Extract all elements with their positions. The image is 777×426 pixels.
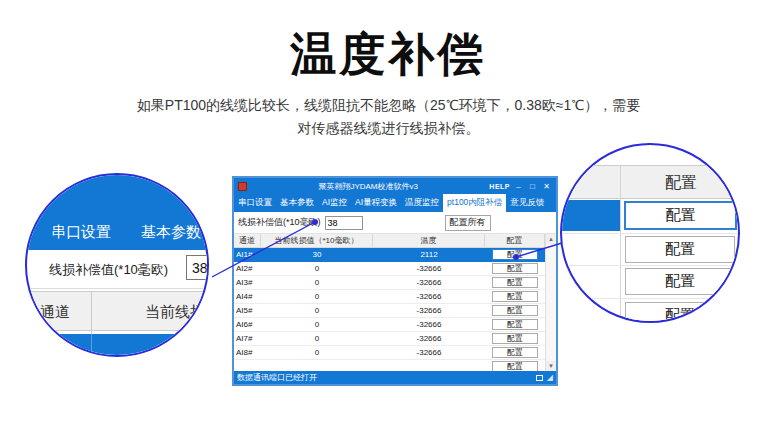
config-button[interactable]: 配置 bbox=[492, 361, 538, 371]
page-description-line1: 如果PT100的线缆比较长，线缆阻抗不能忽略（25℃环境下，0.38欧≈1℃），… bbox=[0, 97, 777, 115]
magnified-header-channel: 通道 bbox=[40, 303, 70, 322]
cell-line-loss: 0 bbox=[261, 278, 373, 287]
table-row[interactable]: AI6# 0 -32666 配置 bbox=[234, 318, 545, 332]
status-message: 数据通讯端口已经打开 bbox=[237, 372, 532, 383]
table-row[interactable]: AI8# 0 -32666 配置 bbox=[234, 346, 545, 360]
magnified-tab-serial-settings: 串口设置 bbox=[51, 223, 111, 242]
cell-temperature: 2112 bbox=[373, 250, 485, 259]
table-row[interactable]: AI2# 0 -32666 配置 bbox=[234, 262, 545, 276]
cell-temperature: -32666 bbox=[373, 348, 485, 357]
row-divider bbox=[562, 233, 738, 234]
cell-channel: AI2# bbox=[234, 264, 261, 273]
magnified-header-line-loss: 当前线损值 bbox=[145, 303, 209, 322]
divider bbox=[27, 288, 207, 289]
header-config: 配置 bbox=[485, 234, 545, 247]
tab-ai-range[interactable]: AI量程变换 bbox=[351, 194, 401, 212]
column-divider bbox=[620, 165, 621, 323]
config-button[interactable]: 配置 bbox=[492, 347, 538, 358]
tab-feedback[interactable]: 意见反馈 bbox=[506, 194, 548, 212]
cell-channel: AI4# bbox=[234, 292, 261, 301]
config-button[interactable]: 配置 bbox=[492, 333, 538, 344]
right-magnifier-circle: 配置 配置 配置 配置 配置 bbox=[560, 143, 740, 323]
cell-temperature: -32666 bbox=[373, 306, 485, 315]
tab-basic-params[interactable]: 基本参数 bbox=[276, 194, 318, 212]
table-row[interactable]: AI3# 0 -32666 配置 bbox=[234, 276, 545, 290]
config-button[interactable]: 配置 bbox=[492, 277, 538, 288]
magnified-header-config: 配置 bbox=[665, 173, 697, 194]
cell-temperature: -32666 bbox=[373, 278, 485, 287]
page-description-line2: 对传感器线缆进行线损补偿。 bbox=[0, 120, 777, 138]
magnified-config-button: 配置 bbox=[625, 268, 735, 295]
left-magnifier-circle: 串口设置 基本参数 线损补偿值(*10毫欧) 38 通道 当前线损值 bbox=[25, 173, 209, 357]
cell-channel: AI7# bbox=[234, 334, 261, 343]
tab-serial-settings[interactable]: 串口设置 bbox=[234, 194, 276, 212]
cell-line-loss: 0 bbox=[261, 292, 373, 301]
cell-channel: AI3# bbox=[234, 278, 261, 287]
magnified-config-header-band bbox=[562, 165, 738, 199]
row-divider bbox=[562, 265, 738, 266]
cell-channel: AI6# bbox=[234, 320, 261, 329]
magnified-input-label: 线损补偿值(*10毫欧) bbox=[49, 261, 168, 279]
page-title: 温度补偿 bbox=[0, 24, 777, 86]
cell-line-loss: 0 bbox=[261, 306, 373, 315]
cell-line-loss: 0 bbox=[261, 320, 373, 329]
config-button[interactable]: 配置 bbox=[492, 263, 538, 274]
table-row[interactable]: AI5# 0 -32666 配置 bbox=[234, 304, 545, 318]
app-window: 聚英翱翔JYDAM校准软件v3 HELP – □ ✕ 串口设置 基本参数 AI监… bbox=[232, 176, 558, 386]
scroll-up-icon[interactable]: ▲ bbox=[546, 234, 556, 244]
table-row[interactable]: AI7# 0 -32666 配置 bbox=[234, 332, 545, 346]
magnified-config-button: 配置 bbox=[625, 302, 735, 323]
resize-grip-icon[interactable]: ◢ bbox=[547, 374, 553, 382]
tab-bar: 串口设置 基本参数 AI监控 AI量程变换 温度监控 pt100内阻补偿 意见反… bbox=[234, 194, 556, 212]
cell-temperature: -32666 bbox=[373, 320, 485, 329]
magnified-config-button: 配置 bbox=[624, 201, 737, 230]
magnified-input-value: 38 bbox=[192, 260, 208, 276]
close-icon[interactable]: ✕ bbox=[541, 182, 552, 191]
config-button[interactable]: 配置 bbox=[492, 249, 538, 260]
config-button[interactable]: 配置 bbox=[492, 291, 538, 302]
cell-temperature: -32666 bbox=[373, 334, 485, 343]
cell-temperature: -32666 bbox=[373, 264, 485, 273]
cell-line-loss: 30 bbox=[261, 250, 373, 259]
header-temperature: 温度 bbox=[373, 234, 485, 247]
cell-channel: AI5# bbox=[234, 306, 261, 315]
status-bar: 数据通讯端口已经打开 ◢ bbox=[234, 371, 556, 384]
column-divider bbox=[91, 334, 92, 357]
table-body: AI1# 30 2112 配置 AI2# 0 -32666 配置 AI3# 0 … bbox=[234, 248, 545, 371]
magnified-config-button: 配置 bbox=[625, 236, 735, 263]
maximize-icon[interactable]: □ bbox=[527, 182, 538, 191]
app-logo-icon bbox=[238, 182, 247, 191]
page-canvas: 温度补偿 如果PT100的线缆比较长，线缆阻抗不能忽略（25℃环境下，0.38欧… bbox=[0, 0, 777, 426]
config-button[interactable]: 配置 bbox=[492, 305, 538, 316]
help-menu[interactable]: HELP bbox=[489, 183, 510, 190]
minimize-icon[interactable]: – bbox=[513, 182, 524, 191]
cell-line-loss: 0 bbox=[261, 334, 373, 343]
cell-line-loss: 0 bbox=[261, 348, 373, 357]
cell-channel: AI8# bbox=[234, 348, 261, 357]
config-all-button[interactable]: 配置所有 bbox=[445, 215, 491, 231]
scroll-down-icon[interactable]: ▼ bbox=[546, 361, 556, 371]
cell-line-loss: 0 bbox=[261, 264, 373, 273]
magnified-selected-row bbox=[562, 200, 620, 231]
line-loss-input[interactable] bbox=[325, 216, 363, 230]
tab-temp-monitor[interactable]: 温度监控 bbox=[401, 194, 443, 212]
window-titlebar: 聚英翱翔JYDAM校准软件v3 HELP – □ ✕ bbox=[234, 178, 556, 194]
vertical-scrollbar[interactable]: ▲ ▼ bbox=[545, 234, 556, 371]
config-button[interactable]: 配置 bbox=[492, 319, 538, 330]
tab-pt100-compensation[interactable]: pt100内阻补偿 bbox=[443, 194, 506, 212]
cell-channel: AI1# bbox=[234, 250, 261, 259]
window-title: 聚英翱翔JYDAM校准软件v3 bbox=[250, 181, 486, 192]
table-header-row: 通道 当前线损值（*10毫欧） 温度 配置 bbox=[234, 234, 556, 248]
magnified-selected-row bbox=[27, 334, 207, 357]
row-divider bbox=[562, 298, 738, 299]
cell-temperature: -32666 bbox=[373, 292, 485, 301]
compensation-toolbar: 线损补偿值(*10毫欧) 配置所有 bbox=[234, 212, 556, 234]
header-line-loss: 当前线损值（*10毫欧） bbox=[261, 234, 373, 247]
tab-ai-monitor[interactable]: AI监控 bbox=[318, 194, 351, 212]
table-row-partial[interactable]: 配置 bbox=[234, 360, 545, 371]
table-row[interactable]: AI4# 0 -32666 配置 bbox=[234, 290, 545, 304]
channel-table: 通道 当前线损值（*10毫欧） 温度 配置 AI1# 30 2112 配置 AI… bbox=[234, 234, 556, 371]
header-channel: 通道 bbox=[234, 234, 261, 247]
magnified-line-loss-input: 38 bbox=[186, 255, 209, 280]
table-row[interactable]: AI1# 30 2112 配置 bbox=[234, 248, 545, 262]
